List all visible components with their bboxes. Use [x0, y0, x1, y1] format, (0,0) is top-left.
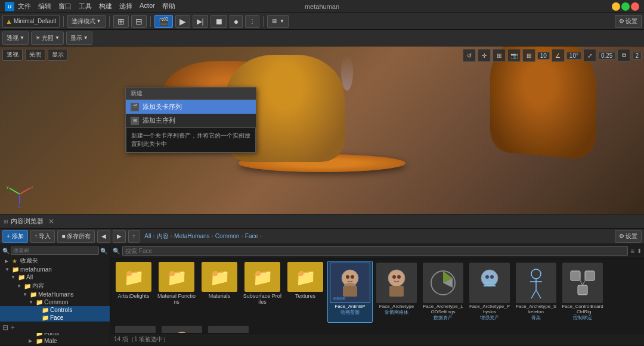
controls-folder-icon: 📁	[42, 307, 49, 313]
cb-status-bar: 14 项（1 项被选中）	[110, 333, 644, 345]
svg-point-10	[351, 275, 354, 279]
breadcrumb-metahumans[interactable]: MetaHumans	[174, 233, 209, 239]
perspective-btn[interactable]: 透视 ▼	[2, 32, 29, 45]
menu-tools[interactable]: 工具	[79, 2, 92, 11]
playfwd-btn[interactable]: ▶|	[193, 15, 208, 28]
asset-face-animbp[interactable]: 動畫藍圖 Face_AnimBP 动画蓝图	[327, 261, 373, 323]
vp-grid-mode-icon[interactable]: ⊞	[522, 49, 535, 62]
vp-perspective-btn[interactable]: 透视	[2, 49, 23, 61]
sort-icon[interactable]: ⬍	[637, 248, 642, 254]
breadcrumb-content[interactable]: 内容	[157, 232, 169, 241]
breadcrumb-common[interactable]: Common	[215, 233, 240, 239]
tree-all[interactable]: ▼ 📁 All	[0, 273, 110, 281]
breadcrumb-face[interactable]: Face	[245, 233, 258, 239]
folder-artistdelights[interactable]: 📁 ArtistDelights	[113, 261, 154, 323]
tree-controls[interactable]: 📁 Controls	[0, 306, 110, 314]
menu-help[interactable]: 帮助	[162, 2, 175, 11]
tree-common[interactable]: ▼ 📁 Common	[0, 298, 110, 306]
cb-close-btn[interactable]: ✕	[48, 217, 54, 226]
maximize-button[interactable]	[621, 2, 630, 11]
cb-search-input[interactable]	[122, 246, 628, 256]
asset-face-postprocess[interactable]: Face_PostProcess_Anim 后期蓝图	[113, 324, 158, 333]
menu-select[interactable]: 选择	[119, 2, 132, 11]
svg-text:Z: Z	[18, 204, 21, 209]
menu-file[interactable]: 文件	[18, 2, 31, 11]
cb-up-btn[interactable]: ↑	[128, 230, 140, 243]
tree-male[interactable]: ▶ 📁 Male	[0, 337, 110, 345]
filter-icon[interactable]: ≡	[630, 247, 634, 255]
record-btn[interactable]: ●	[230, 15, 243, 28]
vp-move-icon[interactable]: ✛	[478, 49, 491, 62]
asset-neck-ctrlrig[interactable]: Neck_CtrlRig 控制绑定	[159, 324, 205, 333]
folder-materialfunctions[interactable]: 📁 Material Functions	[156, 261, 197, 323]
menu-window[interactable]: 窗口	[58, 2, 72, 11]
minimize-button[interactable]	[612, 2, 620, 11]
vp-lighting-btn[interactable]: 光照	[25, 49, 45, 61]
more-btn[interactable]: ⋮	[245, 15, 259, 28]
asset-face-ctrlrig[interactable]: Face_ControlBoard_CtrlRig 控制绑定	[560, 261, 605, 323]
tree-metahuman[interactable]: ▼ 📁 metahuman	[0, 266, 110, 273]
svg-rect-29	[578, 285, 587, 295]
folder-textures[interactable]: 📁 Textures	[284, 261, 326, 323]
cb-add-btn[interactable]: + 添加	[2, 230, 28, 243]
settings-btn[interactable]: ⚙ 设置	[615, 15, 642, 28]
breadcrumb-sep4: ›	[241, 233, 243, 239]
cb-history-back-btn[interactable]: ◀	[97, 230, 110, 243]
asset-face-skeleton-thumb	[516, 263, 556, 303]
collapse-icon[interactable]: ⊟	[2, 323, 8, 332]
asset-face-skeleton[interactable]: Face_Archetype_Skeleton 骨架	[513, 261, 559, 323]
cb-import-btn[interactable]: ↑ 导入	[30, 230, 55, 243]
svg-line-30	[580, 280, 583, 285]
svg-text:動畫藍圖: 動畫藍圖	[333, 297, 345, 300]
play-btn[interactable]: ▶	[175, 15, 190, 28]
vp-layer-icon[interactable]: ⧉	[617, 49, 630, 62]
show-btn[interactable]: 显示 ▼	[66, 32, 92, 45]
vp-scale-icon[interactable]: ⊞	[493, 49, 506, 62]
svg-rect-15	[389, 286, 404, 297]
platform-btn[interactable]: 🖥 ▼	[267, 15, 289, 28]
breadcrumb-all[interactable]: All	[144, 233, 151, 239]
vp-show-btn[interactable]: 显示	[48, 49, 68, 61]
separator-4	[263, 16, 264, 27]
asset-face-physics-sublabel: 增强资产	[480, 314, 499, 321]
cb-settings-btn[interactable]: ⚙ 设置	[615, 230, 642, 243]
asset-face-physics[interactable]: Face_Archetype_Physics 增强资产	[467, 261, 512, 323]
tree-content[interactable]: ▼ 📁 内容	[0, 281, 110, 291]
tree-search-input[interactable]	[11, 247, 99, 255]
asset-face-archetype-sublabel: 骨骼网格体	[385, 309, 408, 316]
close-button[interactable]	[631, 2, 639, 11]
tree-metahumans[interactable]: ▼ 📁 MetaHumans	[0, 291, 110, 298]
lodsettings-svg	[425, 265, 461, 301]
vp-camera-icon[interactable]: 📷	[507, 49, 521, 62]
menu-actor[interactable]: Actor	[140, 2, 155, 11]
add-tree-icon[interactable]: +	[11, 323, 15, 332]
stop-btn[interactable]: ⏹	[210, 15, 227, 28]
viewport-canvas[interactable]	[0, 46, 644, 214]
lighting-btn[interactable]: ☀ 光照 ▼	[31, 32, 64, 45]
folder-materials-thumb: 📁	[202, 262, 237, 292]
add-master-sequence-item[interactable]: ⊞ 添加主序列	[126, 114, 256, 127]
folder-materials[interactable]: 📁 Materials	[199, 261, 240, 323]
asset-simple-face-ctrlrig[interactable]: simple_face_CtrlRig 控制绑定	[206, 324, 251, 333]
select-mode-btn[interactable]: 选择模式 ▼	[67, 15, 106, 28]
vp-rotate-icon[interactable]: ↺	[463, 49, 476, 62]
menu-build[interactable]: 构建	[99, 2, 112, 11]
face-folder-icon: 📁	[42, 314, 49, 321]
asset-face-lodsettings[interactable]: Face_Archetype_LODSettings 数据资产	[420, 261, 466, 323]
folder-subsurfaceprofiles[interactable]: 📁 Subsurface Profiles	[242, 261, 283, 323]
cb-history-fwd-btn[interactable]: ▶	[113, 230, 126, 243]
tree-face[interactable]: 📁 Face	[0, 314, 110, 322]
add-level-sequence-item[interactable]: 🎬 添加关卡序列	[126, 100, 256, 114]
grid-btn[interactable]: ⊟	[131, 15, 147, 28]
separator-3	[150, 16, 151, 27]
tree-favorites[interactable]: ▶ ★ 收藏夹	[0, 256, 110, 266]
sequence-btn[interactable]: 🎬	[154, 15, 173, 28]
vp-angle-icon[interactable]: ∠	[552, 49, 565, 62]
folder-artistdelights-thumb: 📁	[116, 262, 151, 292]
all-arrow: ▼	[11, 275, 17, 280]
snap-btn[interactable]: ⊞	[113, 15, 129, 28]
menu-edit[interactable]: 编辑	[38, 2, 51, 11]
vp-scale-icon2[interactable]: ⤢	[583, 49, 596, 62]
cb-save-btn[interactable]: ■ 保存所有	[57, 230, 95, 243]
asset-face-archetype[interactable]: Face_Archetype 骨骼网格体	[374, 261, 419, 323]
